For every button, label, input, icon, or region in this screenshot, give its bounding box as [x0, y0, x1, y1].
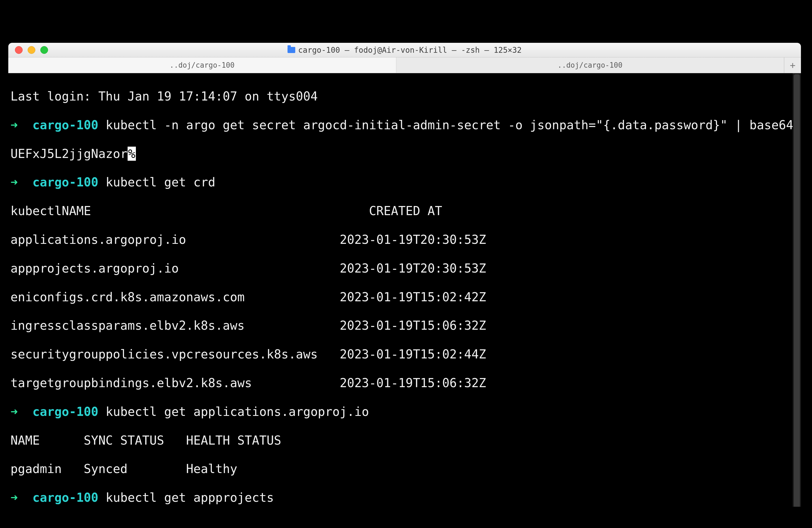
close-window-button[interactable] — [15, 46, 23, 54]
minimize-window-button[interactable] — [28, 46, 35, 54]
terminal-body[interactable]: Last login: Thu Jan 19 17:14:07 on ttys0… — [8, 73, 801, 507]
crd-row: appprojects.argoproj.io 2023-01-19T20:30… — [11, 261, 799, 276]
apps-row: pgadmin Synced Healthy — [11, 462, 799, 476]
traffic-lights — [8, 46, 48, 54]
prompt-line-3: ➜ cargo-100 kubectl get applications.arg… — [11, 405, 799, 419]
tab-label: ..doj/cargo-100 — [170, 61, 234, 69]
command-4: kubectl get appprojects — [105, 490, 274, 504]
output-1: UEFxJ5L2jjgNazor% — [11, 147, 799, 161]
window-title: cargo-100 — fodoj@Air-von-Kirill — -zsh … — [8, 46, 801, 55]
scrollbar-track[interactable] — [793, 73, 801, 507]
prompt-arrow-icon: ➜ — [11, 118, 18, 132]
window-title-text: cargo-100 — fodoj@Air-von-Kirill — -zsh … — [298, 46, 521, 55]
command-1: kubectl -n argo get secret argocd-initia… — [105, 118, 801, 132]
prompt-dir: cargo-100 — [32, 175, 98, 189]
crd-header: kubectlNAME CREATED AT — [11, 204, 799, 218]
crd-row: applications.argoproj.io 2023-01-19T20:3… — [11, 233, 799, 247]
crd-row: ingressclassparams.elbv2.k8s.aws 2023-01… — [11, 318, 799, 333]
prompt-line-2: ➜ cargo-100 kubectl get crd — [11, 175, 799, 189]
output-1-text: UEFxJ5L2jjgNazor — [11, 147, 128, 161]
window-titlebar[interactable]: cargo-100 — fodoj@Air-von-Kirill — -zsh … — [8, 43, 801, 57]
prompt-arrow-icon: ➜ — [11, 490, 18, 504]
prompt-line-4: ➜ cargo-100 kubectl get appprojects — [11, 490, 799, 505]
terminal-tab-2[interactable]: ..doj/cargo-100 — [396, 57, 784, 73]
scrollbar-thumb[interactable] — [794, 74, 800, 507]
prompt-arrow-icon: ➜ — [11, 405, 18, 419]
desktop-background: cargo-100 — fodoj@Air-von-Kirill — -zsh … — [0, 0, 812, 528]
new-tab-button[interactable]: + — [784, 57, 801, 73]
last-login-line: Last login: Thu Jan 19 17:14:07 on ttys0… — [11, 89, 799, 104]
prompt-dir: cargo-100 — [32, 405, 98, 419]
prompt-dir: cargo-100 — [32, 118, 98, 132]
crd-row: targetgroupbindings.elbv2.k8s.aws 2023-0… — [11, 376, 799, 390]
terminal-window: cargo-100 — fodoj@Air-von-Kirill — -zsh … — [8, 43, 801, 507]
terminal-tab-1[interactable]: ..doj/cargo-100 — [8, 57, 396, 73]
tab-label: ..doj/cargo-100 — [557, 61, 623, 69]
fullscreen-window-button[interactable] — [40, 46, 48, 54]
apps-header: NAME SYNC STATUS HEALTH STATUS — [11, 433, 799, 448]
prompt-line-1: ➜ cargo-100 kubectl -n argo get secret a… — [11, 118, 799, 132]
crd-row: eniconfigs.crd.k8s.amazonaws.com 2023-01… — [11, 290, 799, 304]
command-2: kubectl get crd — [105, 175, 215, 189]
crd-row: securitygrouppolicies.vpcresources.k8s.a… — [11, 347, 799, 362]
tab-bar: ..doj/cargo-100 ..doj/cargo-100 + — [8, 57, 801, 73]
prompt-arrow-icon: ➜ — [11, 175, 18, 189]
prompt-dir: cargo-100 — [32, 490, 98, 504]
folder-icon — [288, 47, 295, 53]
percent-marker: % — [128, 147, 136, 161]
command-3: kubectl get applications.argoproj.io — [105, 405, 369, 419]
plus-icon: + — [790, 60, 795, 71]
